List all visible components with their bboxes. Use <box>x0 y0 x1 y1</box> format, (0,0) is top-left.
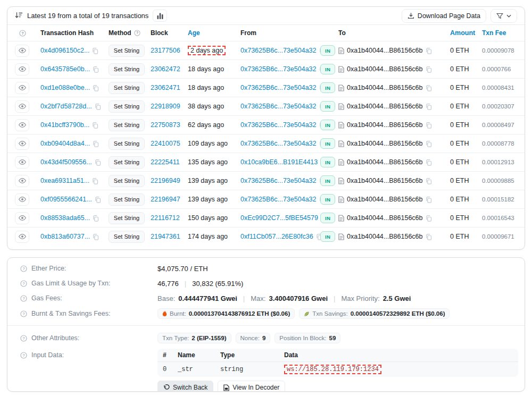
transaction-hash-link[interactable]: 0xb813a60737... <box>40 233 90 240</box>
copy-icon[interactable] <box>316 233 320 240</box>
from-address-link[interactable]: 0x73625B6c...73e504a32 <box>240 84 317 91</box>
transaction-hash-link[interactable]: 0x43d4f509556... <box>40 158 92 166</box>
copy-icon[interactable] <box>426 103 432 110</box>
method-button[interactable]: Set String <box>109 193 145 206</box>
view-in-decoder-button[interactable]: View In Decoder <box>218 381 285 392</box>
table-row: 0x6435785e0b... Set String 23062472 18 d… <box>7 60 525 78</box>
copy-icon[interactable] <box>426 215 432 222</box>
from-address-link[interactable]: 0x73625B6c...73e504a32 <box>240 103 317 110</box>
method-button[interactable]: Set String <box>109 231 145 243</box>
from-address-link[interactable]: 0x73625B6c...73e504a32 <box>240 121 317 129</box>
transaction-hash-link[interactable]: 0x41bcff3790b... <box>40 121 89 129</box>
copy-icon[interactable] <box>92 47 98 54</box>
from-address-link[interactable]: 0xEc99D2C7...5fBE54579 <box>240 214 318 222</box>
transaction-hash-link[interactable]: 0xea69311a51... <box>40 177 89 184</box>
from-address-link[interactable]: 0x73625B6c...73e504a32 <box>240 47 317 54</box>
copy-icon[interactable] <box>426 178 432 184</box>
preview-eye-button[interactable] <box>15 231 29 243</box>
block-link[interactable]: 23062472 <box>151 65 180 73</box>
to-address[interactable]: 0xa1b40044...B86156c6b <box>347 233 423 240</box>
transaction-hash-link[interactable]: 0x88538ada65... <box>40 214 90 222</box>
copy-icon[interactable] <box>426 140 432 147</box>
to-address[interactable]: 0xa1b40044...B86156c6b <box>347 140 423 147</box>
method-button[interactable]: Set String <box>109 138 145 150</box>
preview-eye-button[interactable] <box>15 100 29 113</box>
copy-icon[interactable] <box>95 159 101 166</box>
age-value: 139 days ago <box>188 177 228 184</box>
copy-icon[interactable] <box>426 196 432 203</box>
block-link[interactable]: 22750873 <box>151 121 180 129</box>
preview-eye-button[interactable] <box>15 212 29 224</box>
filter-dropdown-button[interactable] <box>491 9 517 23</box>
to-address[interactable]: 0xa1b40044...B86156c6b <box>347 103 423 110</box>
copy-icon[interactable] <box>426 85 432 91</box>
preview-eye-button[interactable] <box>15 156 29 168</box>
block-link[interactable]: 21947361 <box>151 233 180 240</box>
copy-icon[interactable] <box>93 85 99 91</box>
copy-icon[interactable] <box>426 47 432 54</box>
from-address-link[interactable]: 0x73625B6c...73e504a32 <box>240 196 317 203</box>
preview-eye-button[interactable] <box>15 63 29 75</box>
to-address[interactable]: 0xa1b40044...B86156c6b <box>347 84 423 91</box>
block-link[interactable]: 22196947 <box>151 196 180 203</box>
block-link[interactable]: 22918909 <box>151 103 180 110</box>
copy-icon[interactable] <box>426 233 432 240</box>
copy-icon[interactable] <box>93 66 99 73</box>
preview-eye-button[interactable] <box>15 82 29 94</box>
preview-eye-button[interactable] <box>15 138 29 150</box>
transaction-hash-link[interactable]: 0x4d096150c2... <box>40 47 89 54</box>
from-address-link[interactable]: 0x73625B6c...73e504a32 <box>240 140 317 147</box>
to-address[interactable]: 0xa1b40044...B86156c6b <box>347 158 423 166</box>
download-page-data-button[interactable]: Download Page Data <box>402 9 486 23</box>
preview-eye-button[interactable] <box>15 45 29 57</box>
transaction-hash-link[interactable]: 0xf0955566241... <box>40 196 92 203</box>
transaction-hash-link[interactable]: 0xb09404d8a4... <box>40 140 90 147</box>
to-address[interactable]: 0xa1b40044...B86156c6b <box>347 47 423 54</box>
method-button[interactable]: Set String <box>109 45 145 57</box>
to-address[interactable]: 0xa1b40044...B86156c6b <box>347 214 423 222</box>
from-address-link[interactable]: 0x73625B6c...73e504a32 <box>240 65 317 73</box>
method-button[interactable]: Set String <box>109 100 145 113</box>
from-address-link[interactable]: 0x10ca9bE6...B191E4413 <box>240 158 318 166</box>
copy-icon[interactable] <box>426 66 432 73</box>
transaction-hash-link[interactable]: 0x6435785e0b... <box>40 65 90 73</box>
chart-view-button[interactable] <box>153 10 167 22</box>
block-link[interactable]: 22225411 <box>151 158 180 166</box>
header-amount-toggle[interactable]: Amount <box>447 29 482 37</box>
header-help-icon[interactable]: ? <box>15 30 34 37</box>
header-txn-fee-toggle[interactable]: Txn Fee <box>482 29 517 37</box>
copy-icon[interactable] <box>93 215 99 222</box>
to-address[interactable]: 0xa1b40044...B86156c6b <box>347 196 423 203</box>
to-address[interactable]: 0xa1b40044...B86156c6b <box>347 177 423 184</box>
block-link[interactable]: 22196949 <box>151 177 180 184</box>
from-address-link[interactable]: 0x73625B6c...73e504a32 <box>240 177 317 184</box>
preview-eye-button[interactable] <box>15 119 29 131</box>
copy-icon[interactable] <box>426 122 432 129</box>
method-button[interactable]: Set String <box>109 119 145 131</box>
method-button[interactable]: Set String <box>109 82 145 94</box>
switch-back-button[interactable]: Switch Back <box>157 381 213 392</box>
copy-icon[interactable] <box>95 196 101 203</box>
copy-icon[interactable] <box>92 178 98 184</box>
copy-icon[interactable] <box>92 122 98 129</box>
header-age-toggle[interactable]: Age <box>182 29 240 37</box>
preview-eye-button[interactable] <box>15 193 29 206</box>
copy-icon[interactable] <box>93 233 99 240</box>
block-link[interactable]: 22116712 <box>151 214 180 222</box>
block-link[interactable]: 23177506 <box>151 47 180 54</box>
copy-icon[interactable] <box>426 159 432 166</box>
method-button[interactable]: Set String <box>109 156 145 168</box>
block-link[interactable]: 22410075 <box>151 140 180 147</box>
copy-icon[interactable] <box>95 103 101 110</box>
transaction-hash-link[interactable]: 0x2bf7d58728d... <box>40 103 92 110</box>
preview-eye-button[interactable] <box>15 175 29 187</box>
transaction-hash-link[interactable]: 0xd1e088e0be... <box>40 84 90 91</box>
method-button[interactable]: Set String <box>109 212 145 224</box>
copy-icon[interactable] <box>93 140 99 147</box>
method-button[interactable]: Set String <box>109 63 145 75</box>
block-link[interactable]: 23062471 <box>151 84 180 91</box>
from-address-link[interactable]: 0xf11Cb057...26E80fc36 <box>240 233 313 240</box>
to-address[interactable]: 0xa1b40044...B86156c6b <box>347 121 423 129</box>
method-button[interactable]: Set String <box>109 175 145 187</box>
to-address[interactable]: 0xa1b40044...B86156c6b <box>347 65 423 73</box>
